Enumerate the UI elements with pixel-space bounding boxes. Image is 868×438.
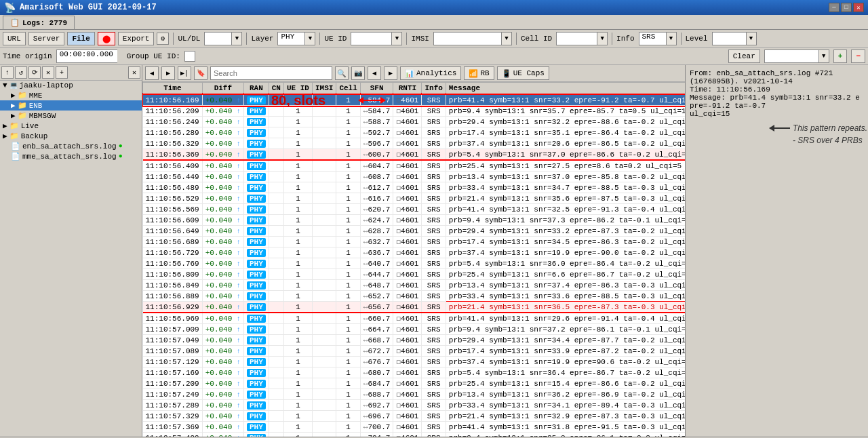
table-row[interactable]: 11:10:56.329+0.040 ↑PHY11↔596.7◻4601SRSp… [143, 138, 686, 149]
collapse-all-button[interactable]: ↑ [1, 66, 14, 79]
tree-label-live: Live [21, 122, 39, 130]
table-row[interactable]: 11:10:57.049+0.040 ↑PHY11↔668.7◻4601SRSp… [143, 335, 686, 346]
clear-button[interactable]: Clear [728, 49, 760, 63]
time-origin-value[interactable]: 00:00:00.000 [56, 49, 117, 63]
group-ueid-checkbox[interactable] [184, 51, 195, 62]
tree-item-mme-log[interactable]: 📄 mme_sa_attach_srs.log ● [0, 151, 142, 161]
ueid-dropdown[interactable]: ▼ [351, 32, 402, 45]
logs-tab[interactable]: 📋 Logs: 2779 [3, 16, 75, 29]
jump-end-button[interactable]: ▶| [178, 66, 191, 80]
layer-dropdown[interactable]: PHY ▼ [277, 32, 315, 45]
next-result-button[interactable]: ▶ [384, 66, 397, 80]
table-row[interactable]: 11:10:56.769+0.040 ↑PHY11↔640.7◻4601SRSp… [143, 258, 686, 269]
maximize-button[interactable]: □ [841, 3, 852, 12]
table-row[interactable]: 11:10:56.409+0.040 ↑PHY11↔604.7◻4601SRSp… [143, 160, 686, 172]
folder-icon-mbms: 📁 [18, 111, 27, 120]
tree-item-mbmsgw[interactable]: ▶ 📁 MBMSGW [0, 111, 142, 121]
close-button[interactable]: ✕ [853, 3, 864, 12]
log-table-container[interactable]: Time Diff RAN CN UE ID IMSI Cell SFN RNT… [142, 82, 685, 437]
table-row[interactable]: 11:10:56.489+0.040 ↑PHY11↔612.7◻4601SRSp… [143, 182, 686, 193]
file-icon-mme: 📄 [11, 152, 20, 161]
search-button[interactable]: 🔍 [335, 66, 349, 80]
imsi-arrow[interactable]: ▼ [501, 32, 512, 45]
export-button[interactable]: Export [118, 32, 155, 45]
tree-item-enb[interactable]: ▶ 📁 ENB [0, 100, 142, 111]
filter-arrow[interactable]: ▼ [818, 49, 829, 63]
remove-filter-button[interactable]: − [851, 49, 865, 63]
add-server-button[interactable]: + [56, 66, 68, 79]
analytics-button[interactable]: 📊 Analytics [400, 66, 461, 80]
table-row[interactable]: 11:10:56.289+0.040 ↑PHY11↔592.7◻4601SRSp… [143, 127, 686, 138]
camera-button[interactable]: 📷 [351, 66, 365, 80]
file-button[interactable]: File [67, 32, 94, 45]
layer-arrow[interactable]: ▼ [304, 32, 315, 45]
table-row[interactable]: 11:10:56.369+0.040 ↑PHY11↔600.7◻4601SRSp… [143, 149, 686, 161]
table-row[interactable]: 11:10:56.249+0.040 ↑PHY11↔588.7◻4601SRSp… [143, 117, 686, 127]
folder-icon-backup: 📁 [9, 132, 19, 140]
tree-item-backup[interactable]: ▶ 📁 Backup [0, 131, 142, 141]
table-row[interactable]: 11:10:57.249+0.040 ↑PHY11↔688.7◻4601SRSp… [143, 389, 686, 400]
logs-tab-icon: 📋 [10, 18, 20, 27]
tree-label-mbms: MBMSGW [29, 112, 56, 120]
bookmark-button[interactable]: 🔖 [194, 66, 208, 80]
cellid-dropdown[interactable]: ▼ [556, 32, 608, 45]
info-dropdown[interactable]: SRS ▼ [639, 32, 677, 45]
uldl-arrow[interactable]: ▼ [231, 32, 242, 45]
disconnect-button[interactable]: ✕ [42, 66, 54, 79]
table-row[interactable]: 11:10:56.529+0.040 ↑PHY11↔616.7◻4601SRSp… [143, 193, 686, 204]
prev-result-button[interactable]: ◀ [368, 66, 381, 80]
ueid-arrow[interactable]: ▼ [391, 32, 402, 45]
table-row[interactable]: 11:10:56.969+0.040 ↑PHY11↔660.7◻4601SRSp… [143, 313, 686, 324]
server-button[interactable]: Server [28, 32, 65, 45]
table-row[interactable]: 11:10:57.329+0.040 ↑PHY11↔696.7◻4601SRSp… [143, 411, 686, 422]
table-row[interactable]: 11:10:56.209+0.040 ↑PHY11↔584.7◻4601SRSp… [143, 106, 686, 117]
rb-button[interactable]: 📶 RB [464, 66, 494, 80]
col-rnti: RNTI [393, 83, 422, 95]
search-input[interactable] [210, 66, 332, 80]
add-filter-button[interactable]: + [833, 49, 848, 63]
level-dropdown[interactable]: ▼ [712, 32, 757, 45]
minimize-button[interactable]: ─ [829, 3, 840, 12]
tree-item-mme[interactable]: ▶ 📁 MME [0, 90, 142, 100]
refresh-button[interactable]: ↺ [15, 66, 27, 79]
table-row[interactable]: 11:10:57.169+0.040 ↑PHY11↔680.7◻4601SRSp… [143, 367, 686, 378]
table-row[interactable]: 11:10:57.289+0.040 ↑PHY11↔692.7◻4601SRSp… [143, 400, 686, 411]
imsi-dropdown[interactable]: ▼ [433, 32, 512, 45]
table-row[interactable]: 11:10:56.849+0.040 ↑PHY11↔648.7◻4601SRSp… [143, 280, 686, 291]
ue-caps-button[interactable]: 📱 UE Caps [497, 66, 549, 80]
connect-button[interactable]: ⟳ [28, 66, 41, 79]
table-row[interactable]: 11:10:56.809+0.040 ↑PHY11↔644.7◻4601SRSp… [143, 269, 686, 280]
table-row[interactable]: 11:10:56.929+0.040 ↑PHY11↔656.7◻4601SRSp… [143, 302, 686, 313]
filter-dropdown[interactable]: ▼ [764, 49, 829, 63]
table-row[interactable]: 11:10:56.569+0.040 ↑PHY11↔620.7◻4601SRSp… [143, 204, 686, 215]
table-row[interactable]: 11:10:57.369+0.040 ↑PHY11↔700.7◻4601SRSp… [143, 422, 686, 433]
close-panel-button[interactable]: ✕ [128, 66, 140, 79]
table-row[interactable]: 11:10:57.209+0.040 ↑PHY11↔684.7◻4601SRSp… [143, 378, 686, 389]
tree-item-laptop[interactable]: ▼ 💻 jaaku-laptop [0, 81, 142, 90]
table-row[interactable]: 11:10:56.649+0.040 ↑PHY11↔628.7◻4601SRSp… [143, 226, 686, 237]
tree-item-live[interactable]: ▶ 📁 Live [0, 121, 142, 131]
forward-button[interactable]: ▶ [161, 66, 175, 80]
settings-button[interactable]: ⚙ [157, 33, 169, 45]
table-row[interactable]: 11:10:56.169+0.040 ↑PHY11↔584.7◻4601SRSp… [143, 94, 686, 106]
table-row[interactable]: 11:10:57.009+0.040 ↑PHY11↔664.7◻4601SRSp… [143, 324, 686, 335]
main-toolbar: URL Server File ⬤ Export ⚙ UL/DL ▼ Layer… [0, 30, 868, 48]
level-arrow[interactable]: ▼ [746, 32, 757, 45]
table-row[interactable]: 11:10:56.689+0.040 ↑PHY11↔632.7◻4601SRSp… [143, 237, 686, 247]
tree-item-enb-log[interactable]: 📄 enb_sa_attach_srs.log ● [0, 141, 142, 151]
table-row[interactable]: 11:10:57.129+0.040 ↑PHY11↔676.7◻4601SRSp… [143, 357, 686, 367]
back-button[interactable]: ◀ [145, 66, 159, 80]
log-toolbar: ◀ ▶ ▶| 🔖 🔍 📷 ◀ ▶ 📊 Analytics 📶 RB 📱 UE C… [142, 65, 685, 82]
table-row[interactable]: 11:10:57.089+0.040 ↑PHY11↔672.7◻4601SRSp… [143, 346, 686, 357]
info-arrow[interactable]: ▼ [666, 32, 677, 45]
secondary-toolbar: Time origin 00:00:00.000 Group UE ID: Cl… [0, 48, 868, 65]
time-origin-label: Time origin [3, 52, 52, 60]
table-row[interactable]: 11:10:56.729+0.040 ↑PHY11↔636.7◻4601SRSp… [143, 247, 686, 258]
table-row[interactable]: 11:10:56.889+0.040 ↑PHY11↔652.7◻4601SRSp… [143, 291, 686, 302]
cellid-arrow[interactable]: ▼ [597, 32, 608, 45]
table-row[interactable]: 11:10:57.409+0.040 ↑PHY11↔704.7◻4601SRSp… [143, 433, 686, 437]
table-row[interactable]: 11:10:56.449+0.040 ↑PHY11↔608.7◻4601SRSp… [143, 172, 686, 182]
url-button[interactable]: URL [3, 32, 26, 45]
uldl-dropdown[interactable]: ▼ [204, 32, 242, 45]
table-row[interactable]: 11:10:56.609+0.040 ↑PHY11↔624.7◻4601SRSp… [143, 215, 686, 226]
